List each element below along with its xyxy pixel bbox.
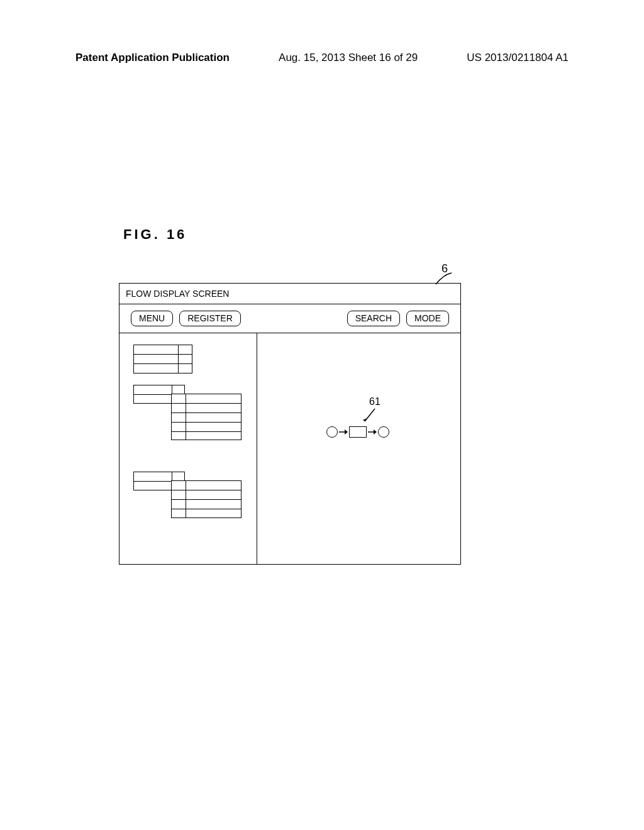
menu-button[interactable]: MENU [131, 311, 173, 326]
tree-block [133, 345, 192, 374]
leader-line-61-icon [361, 407, 380, 426]
header-center: Aug. 15, 2013 Sheet 16 of 29 [279, 52, 418, 64]
flow-display-window: FLOW DISPLAY SCREEN MENU REGISTER SEARCH… [119, 283, 461, 565]
register-button[interactable]: REGISTER [179, 311, 241, 326]
figure-label: FIG. 16 [123, 226, 187, 243]
flow-diagram [326, 426, 389, 438]
flow-process-node-icon [349, 426, 367, 438]
page-header: Patent Application Publication Aug. 15, … [0, 52, 644, 64]
search-button[interactable]: SEARCH [347, 311, 400, 326]
flow-end-node-icon [378, 426, 389, 438]
window-title: FLOW DISPLAY SCREEN [126, 289, 229, 299]
toolbar: MENU REGISTER SEARCH MODE [119, 304, 460, 333]
header-right: US 2013/0211804 A1 [467, 52, 569, 64]
window-title-bar: FLOW DISPLAY SCREEN [119, 284, 460, 304]
header-left: Patent Application Publication [75, 52, 230, 64]
mode-button[interactable]: MODE [406, 311, 449, 326]
arrow-right-icon [339, 429, 348, 435]
right-pane: 61 [257, 333, 460, 565]
left-pane [119, 333, 257, 565]
flow-start-node-icon [326, 426, 338, 438]
toolbar-right-group: SEARCH MODE [347, 311, 449, 326]
tree-block [171, 480, 242, 518]
window-body: 61 [119, 333, 460, 565]
tree-block [171, 394, 242, 440]
toolbar-left-group: MENU REGISTER [131, 311, 241, 326]
arrow-right-icon [368, 429, 377, 435]
ref-num-61: 61 [369, 396, 380, 407]
